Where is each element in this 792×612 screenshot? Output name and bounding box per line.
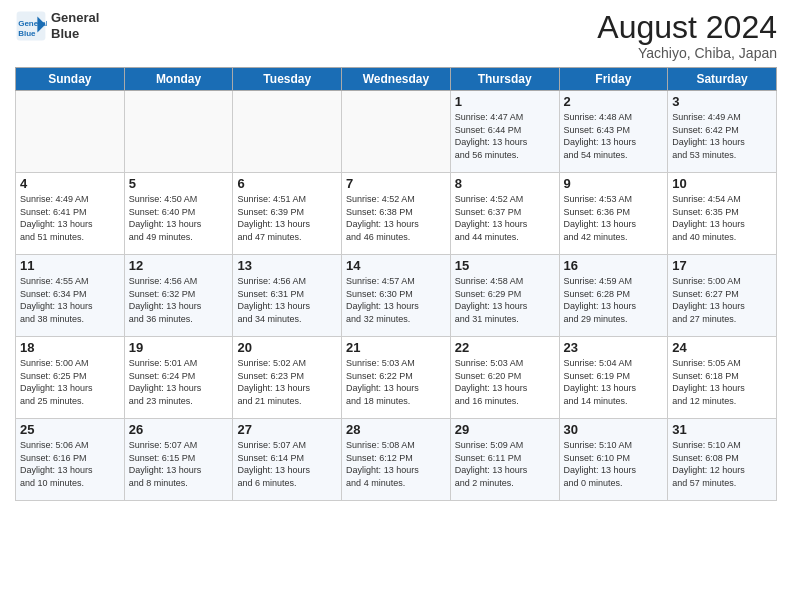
calendar-cell: 14Sunrise: 4:57 AM Sunset: 6:30 PM Dayli… [342,255,451,337]
weekday-friday: Friday [559,68,668,91]
cell-info-text: Sunrise: 4:51 AM Sunset: 6:39 PM Dayligh… [237,193,337,243]
calendar-cell: 24Sunrise: 5:05 AM Sunset: 6:18 PM Dayli… [668,337,777,419]
cell-day-number: 30 [564,422,664,437]
cell-info-text: Sunrise: 5:00 AM Sunset: 6:27 PM Dayligh… [672,275,772,325]
cell-day-number: 6 [237,176,337,191]
calendar-cell [233,91,342,173]
calendar-cell: 13Sunrise: 4:56 AM Sunset: 6:31 PM Dayli… [233,255,342,337]
cell-info-text: Sunrise: 5:09 AM Sunset: 6:11 PM Dayligh… [455,439,555,489]
cell-day-number: 20 [237,340,337,355]
calendar-cell: 31Sunrise: 5:10 AM Sunset: 6:08 PM Dayli… [668,419,777,501]
cell-info-text: Sunrise: 4:58 AM Sunset: 6:29 PM Dayligh… [455,275,555,325]
weekday-header-row: SundayMondayTuesdayWednesdayThursdayFrid… [16,68,777,91]
calendar-cell: 25Sunrise: 5:06 AM Sunset: 6:16 PM Dayli… [16,419,125,501]
calendar-cell: 11Sunrise: 4:55 AM Sunset: 6:34 PM Dayli… [16,255,125,337]
calendar-cell: 12Sunrise: 4:56 AM Sunset: 6:32 PM Dayli… [124,255,233,337]
calendar-table: SundayMondayTuesdayWednesdayThursdayFrid… [15,67,777,501]
cell-info-text: Sunrise: 4:49 AM Sunset: 6:42 PM Dayligh… [672,111,772,161]
week-row-1: 4Sunrise: 4:49 AM Sunset: 6:41 PM Daylig… [16,173,777,255]
cell-info-text: Sunrise: 4:52 AM Sunset: 6:37 PM Dayligh… [455,193,555,243]
cell-day-number: 25 [20,422,120,437]
cell-day-number: 27 [237,422,337,437]
weekday-monday: Monday [124,68,233,91]
calendar-cell: 30Sunrise: 5:10 AM Sunset: 6:10 PM Dayli… [559,419,668,501]
cell-info-text: Sunrise: 4:56 AM Sunset: 6:31 PM Dayligh… [237,275,337,325]
logo: General Blue General Blue [15,10,99,42]
cell-info-text: Sunrise: 4:56 AM Sunset: 6:32 PM Dayligh… [129,275,229,325]
logo-icon: General Blue [15,10,47,42]
cell-info-text: Sunrise: 5:05 AM Sunset: 6:18 PM Dayligh… [672,357,772,407]
cell-info-text: Sunrise: 4:54 AM Sunset: 6:35 PM Dayligh… [672,193,772,243]
week-row-2: 11Sunrise: 4:55 AM Sunset: 6:34 PM Dayli… [16,255,777,337]
calendar-cell: 29Sunrise: 5:09 AM Sunset: 6:11 PM Dayli… [450,419,559,501]
cell-day-number: 8 [455,176,555,191]
calendar-cell: 17Sunrise: 5:00 AM Sunset: 6:27 PM Dayli… [668,255,777,337]
calendar-cell: 7Sunrise: 4:52 AM Sunset: 6:38 PM Daylig… [342,173,451,255]
calendar-cell [342,91,451,173]
week-row-3: 18Sunrise: 5:00 AM Sunset: 6:25 PM Dayli… [16,337,777,419]
cell-info-text: Sunrise: 5:06 AM Sunset: 6:16 PM Dayligh… [20,439,120,489]
cell-info-text: Sunrise: 4:53 AM Sunset: 6:36 PM Dayligh… [564,193,664,243]
weekday-thursday: Thursday [450,68,559,91]
title-block: August 2024 Yachiyo, Chiba, Japan [597,10,777,61]
cell-info-text: Sunrise: 5:04 AM Sunset: 6:19 PM Dayligh… [564,357,664,407]
cell-info-text: Sunrise: 4:47 AM Sunset: 6:44 PM Dayligh… [455,111,555,161]
calendar-cell: 22Sunrise: 5:03 AM Sunset: 6:20 PM Dayli… [450,337,559,419]
cell-info-text: Sunrise: 4:57 AM Sunset: 6:30 PM Dayligh… [346,275,446,325]
cell-info-text: Sunrise: 4:55 AM Sunset: 6:34 PM Dayligh… [20,275,120,325]
week-row-4: 25Sunrise: 5:06 AM Sunset: 6:16 PM Dayli… [16,419,777,501]
cell-day-number: 18 [20,340,120,355]
cell-day-number: 31 [672,422,772,437]
calendar-cell: 9Sunrise: 4:53 AM Sunset: 6:36 PM Daylig… [559,173,668,255]
cell-day-number: 11 [20,258,120,273]
calendar-cell: 4Sunrise: 4:49 AM Sunset: 6:41 PM Daylig… [16,173,125,255]
cell-day-number: 12 [129,258,229,273]
cell-info-text: Sunrise: 5:03 AM Sunset: 6:20 PM Dayligh… [455,357,555,407]
cell-day-number: 3 [672,94,772,109]
calendar-cell: 19Sunrise: 5:01 AM Sunset: 6:24 PM Dayli… [124,337,233,419]
cell-info-text: Sunrise: 5:01 AM Sunset: 6:24 PM Dayligh… [129,357,229,407]
cell-info-text: Sunrise: 5:03 AM Sunset: 6:22 PM Dayligh… [346,357,446,407]
calendar-cell: 26Sunrise: 5:07 AM Sunset: 6:15 PM Dayli… [124,419,233,501]
cell-info-text: Sunrise: 5:10 AM Sunset: 6:10 PM Dayligh… [564,439,664,489]
cell-day-number: 2 [564,94,664,109]
cell-day-number: 13 [237,258,337,273]
calendar-cell: 28Sunrise: 5:08 AM Sunset: 6:12 PM Dayli… [342,419,451,501]
calendar-cell: 3Sunrise: 4:49 AM Sunset: 6:42 PM Daylig… [668,91,777,173]
calendar-cell: 2Sunrise: 4:48 AM Sunset: 6:43 PM Daylig… [559,91,668,173]
calendar-cell: 8Sunrise: 4:52 AM Sunset: 6:37 PM Daylig… [450,173,559,255]
cell-info-text: Sunrise: 5:00 AM Sunset: 6:25 PM Dayligh… [20,357,120,407]
cell-info-text: Sunrise: 4:59 AM Sunset: 6:28 PM Dayligh… [564,275,664,325]
calendar-cell: 5Sunrise: 4:50 AM Sunset: 6:40 PM Daylig… [124,173,233,255]
calendar-cell: 1Sunrise: 4:47 AM Sunset: 6:44 PM Daylig… [450,91,559,173]
cell-info-text: Sunrise: 5:08 AM Sunset: 6:12 PM Dayligh… [346,439,446,489]
logo-line1: General [51,10,99,26]
cell-day-number: 7 [346,176,446,191]
cell-day-number: 15 [455,258,555,273]
cell-info-text: Sunrise: 5:10 AM Sunset: 6:08 PM Dayligh… [672,439,772,489]
cell-day-number: 1 [455,94,555,109]
cell-day-number: 26 [129,422,229,437]
calendar-cell: 6Sunrise: 4:51 AM Sunset: 6:39 PM Daylig… [233,173,342,255]
cell-day-number: 23 [564,340,664,355]
cell-day-number: 17 [672,258,772,273]
subtitle: Yachiyo, Chiba, Japan [597,45,777,61]
cell-day-number: 14 [346,258,446,273]
calendar-cell [16,91,125,173]
weekday-wednesday: Wednesday [342,68,451,91]
weekday-saturday: Saturday [668,68,777,91]
calendar-cell: 15Sunrise: 4:58 AM Sunset: 6:29 PM Dayli… [450,255,559,337]
calendar-cell: 20Sunrise: 5:02 AM Sunset: 6:23 PM Dayli… [233,337,342,419]
cell-info-text: Sunrise: 4:49 AM Sunset: 6:41 PM Dayligh… [20,193,120,243]
logo-text: General Blue [51,10,99,41]
cell-day-number: 9 [564,176,664,191]
week-row-0: 1Sunrise: 4:47 AM Sunset: 6:44 PM Daylig… [16,91,777,173]
cell-day-number: 10 [672,176,772,191]
cell-day-number: 4 [20,176,120,191]
cell-day-number: 24 [672,340,772,355]
cell-day-number: 19 [129,340,229,355]
calendar-cell: 16Sunrise: 4:59 AM Sunset: 6:28 PM Dayli… [559,255,668,337]
main-title: August 2024 [597,10,777,45]
cell-info-text: Sunrise: 5:07 AM Sunset: 6:15 PM Dayligh… [129,439,229,489]
cell-info-text: Sunrise: 5:02 AM Sunset: 6:23 PM Dayligh… [237,357,337,407]
